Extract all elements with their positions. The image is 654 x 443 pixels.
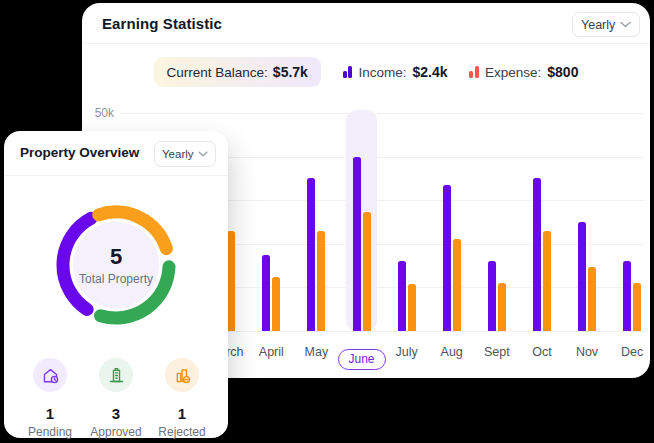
legend-item-income: Income: $2.4k bbox=[343, 64, 448, 80]
income-label: Income: bbox=[358, 65, 406, 80]
property-period-value: Yearly bbox=[162, 148, 194, 160]
chart-legend-row: Current Balance: $5.7k Income: $2.4k Exp… bbox=[82, 57, 650, 87]
property-period-select[interactable]: Yearly bbox=[154, 141, 216, 167]
expense-bar-nov[interactable] bbox=[588, 267, 596, 331]
month-label-dec[interactable]: Dec bbox=[621, 345, 643, 359]
earning-card-header: Earning Statistic Yearly bbox=[82, 3, 650, 43]
building-minus-icon bbox=[173, 366, 192, 385]
y-axis-tick-50k: 50k bbox=[84, 106, 114, 120]
month-label-july[interactable]: July bbox=[395, 345, 417, 359]
earning-period-select[interactable]: Yearly bbox=[572, 12, 640, 37]
donut-center: 5 Total Property bbox=[56, 244, 176, 286]
pending-icon-circle bbox=[33, 358, 67, 392]
earning-period-value: Yearly bbox=[581, 18, 615, 32]
expense-bar-june[interactable] bbox=[363, 212, 371, 331]
current-balance-badge: Current Balance: $5.7k bbox=[154, 57, 321, 87]
highlighted-month-band bbox=[346, 110, 377, 331]
expense-bar-may[interactable] bbox=[317, 231, 325, 331]
expense-bar-oct[interactable] bbox=[543, 231, 551, 331]
expense-label: Expense: bbox=[485, 65, 541, 80]
income-bar-sept[interactable] bbox=[488, 261, 496, 331]
approved-icon-circle bbox=[99, 358, 133, 392]
pending-label: Pending bbox=[28, 425, 72, 439]
property-donut-chart: 5 Total Property bbox=[4, 175, 228, 355]
pending-count: 1 bbox=[46, 405, 54, 422]
property-card-title: Property Overview bbox=[20, 145, 139, 160]
income-bar-aug[interactable] bbox=[443, 185, 451, 331]
month-label-sept[interactable]: Sept bbox=[484, 345, 510, 359]
building-icon bbox=[107, 366, 126, 385]
income-bar-nov[interactable] bbox=[578, 222, 586, 331]
approved-count: 3 bbox=[112, 405, 120, 422]
expense-bar-july[interactable] bbox=[408, 284, 416, 331]
chevron-down-icon bbox=[198, 151, 208, 157]
income-bar-july[interactable] bbox=[398, 261, 406, 331]
stat-item-approved: 3 Approved bbox=[84, 358, 148, 439]
month-label-oct[interactable]: Oct bbox=[532, 345, 551, 359]
expense-value: $800 bbox=[547, 64, 578, 80]
approved-label: Approved bbox=[90, 425, 141, 439]
chevron-down-icon bbox=[620, 21, 631, 28]
property-overview-card: Property Overview Yearly 5 Total Propert… bbox=[4, 131, 228, 438]
current-balance-label: Current Balance: bbox=[167, 65, 268, 80]
property-stats-row: 1 Pending 3 Approved bbox=[18, 358, 214, 439]
expense-bars-icon bbox=[469, 66, 479, 78]
expense-bar-aug[interactable] bbox=[453, 239, 461, 331]
rejected-count: 1 bbox=[178, 405, 186, 422]
rejected-icon-circle bbox=[165, 358, 199, 392]
current-balance-value: $5.7k bbox=[273, 64, 308, 80]
month-label-may[interactable]: May bbox=[305, 345, 329, 359]
legend-item-expense: Expense: $800 bbox=[469, 64, 578, 80]
income-bar-may[interactable] bbox=[307, 178, 315, 331]
income-bar-oct[interactable] bbox=[533, 178, 541, 331]
expense-bar-march[interactable] bbox=[227, 231, 235, 331]
stat-item-pending: 1 Pending bbox=[18, 358, 82, 439]
income-value: $2.4k bbox=[412, 64, 447, 80]
month-label-april[interactable]: April bbox=[259, 345, 284, 359]
month-label-nov[interactable]: Nov bbox=[576, 345, 598, 359]
income-bars-icon bbox=[343, 66, 353, 78]
house-clock-icon bbox=[41, 366, 60, 385]
month-label-aug[interactable]: Aug bbox=[441, 345, 463, 359]
expense-bar-april[interactable] bbox=[272, 277, 280, 331]
month-label-june[interactable]: June bbox=[337, 349, 385, 370]
expense-bar-sept[interactable] bbox=[498, 283, 506, 331]
expense-bar-dec[interactable] bbox=[633, 283, 641, 331]
rejected-label: Rejected bbox=[158, 425, 205, 439]
income-bar-dec[interactable] bbox=[623, 261, 631, 331]
total-property-label: Total Property bbox=[56, 272, 176, 286]
income-bar-april[interactable] bbox=[262, 255, 270, 331]
header-divider bbox=[82, 43, 650, 44]
total-property-count: 5 bbox=[56, 244, 176, 270]
earning-card-title: Earning Statistic bbox=[102, 15, 222, 32]
income-bar-june[interactable] bbox=[353, 157, 361, 331]
chart-gridline bbox=[120, 113, 644, 114]
stat-item-rejected: 1 Rejected bbox=[150, 358, 214, 439]
dashboard-page: { "page": { "background": "#000000" }, "… bbox=[0, 0, 654, 443]
